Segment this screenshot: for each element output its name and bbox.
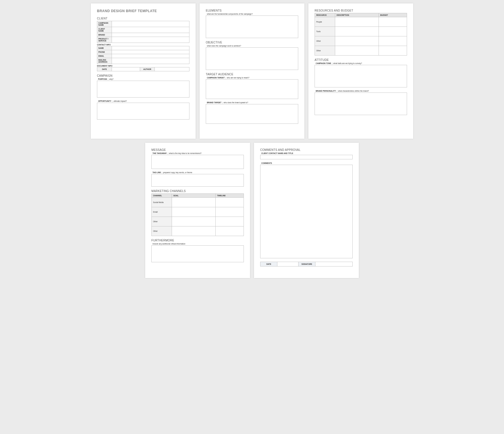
row-label: Other [315, 36, 335, 46]
signature-table: DATE SIGNATURE [260, 262, 353, 266]
label-phone: PHONE [97, 50, 112, 54]
cell-budget[interactable] [379, 36, 407, 46]
section-target-audience: TARGET AUDIENCE [206, 73, 298, 76]
label-signature: SIGNATURE [299, 262, 315, 266]
input-brand[interactable] [112, 33, 189, 37]
subheader-contact-info: CONTACT INFO [97, 44, 189, 46]
col-resource: RESOURCE [315, 13, 335, 17]
doc-title: BRAND DESIGN BRIEF TEMPLATE [97, 9, 189, 13]
section-marketing-channels: MARKETING CHANNELS [151, 190, 244, 193]
input-tagline[interactable] [151, 174, 244, 187]
page-4: MESSAGE THE TAKEAWAY|what is the key ide… [145, 143, 250, 278]
label-purpose: PURPOSE|why? [98, 78, 189, 80]
label-tagline: TAG LINE|prepared copy, key words, or th… [152, 171, 244, 173]
page-1: BRAND DESIGN BRIEF TEMPLATE CLIENT CAMPA… [91, 3, 196, 139]
label-sig-date: DATE [260, 262, 277, 266]
input-campaign-target[interactable] [206, 79, 298, 99]
cell-goal[interactable] [172, 217, 216, 226]
page-2: ELEMENTS what are the fundamental compon… [200, 3, 304, 139]
cell-goal[interactable] [172, 226, 216, 236]
input-furthermore[interactable] [151, 245, 244, 262]
label-objective-q: what does the campaign work to achieve? [207, 45, 298, 47]
section-campaign: CAMPAIGN [97, 74, 189, 77]
input-product-service[interactable] [112, 37, 189, 43]
label-mailing-address: MAILING ADDRESS [97, 58, 112, 64]
section-elements: ELEMENTS [206, 9, 298, 12]
cell-description[interactable] [335, 17, 379, 27]
label-furthermore-q: include any additional critical informat… [152, 243, 244, 245]
label-client-name: CLIENT NAME [97, 27, 112, 33]
row-label: Social Media [152, 198, 172, 207]
cell-description[interactable] [335, 46, 379, 56]
label-brand: BRAND [97, 33, 112, 37]
page-3: RESOURCES AND BUDGET RESOURCE DESCRIPTIO… [308, 3, 413, 139]
row-label: Other [315, 46, 335, 56]
label-name: NAME [97, 46, 112, 50]
section-furthermore: FURTHERMORE [151, 239, 244, 242]
cell-budget[interactable] [379, 27, 407, 36]
input-campaign-name[interactable] [112, 21, 189, 27]
label-campaign-target: CAMPAIGN TARGET|who are we trying to rea… [207, 77, 298, 79]
cell-goal[interactable] [172, 198, 216, 207]
cell-timeline[interactable] [216, 217, 244, 226]
client-table: CAMPAIGN NAME CLIENT NAME BRAND PRODUCT … [97, 21, 189, 43]
input-date[interactable] [112, 67, 140, 71]
section-client: CLIENT [97, 17, 189, 20]
page-5: COMMENTS AND APPROVAL CLIENT CONTACT NAM… [254, 143, 359, 278]
input-comments[interactable] [260, 165, 353, 258]
contact-table: NAME PHONE EMAIL MAILING ADDRESS [97, 46, 189, 64]
input-sig-date[interactable] [277, 262, 299, 266]
cell-budget[interactable] [379, 46, 407, 56]
row-label: Tools [315, 27, 335, 36]
input-takeaway[interactable] [151, 155, 244, 169]
input-phone[interactable] [112, 50, 189, 54]
section-attitude: ATTITUDE [315, 58, 407, 61]
template-gallery: BRAND DESIGN BRIEF TEMPLATE CLIENT CAMPA… [3, 3, 501, 278]
cell-goal[interactable] [172, 207, 216, 217]
label-comments: COMMENTS [261, 162, 353, 164]
label-campaign-name: CAMPAIGN NAME [97, 21, 112, 27]
input-signature[interactable] [315, 262, 353, 266]
input-brand-target[interactable] [206, 104, 298, 124]
input-mailing-address[interactable] [112, 58, 189, 64]
subheader-document-info: DOCUMENT INFO [97, 65, 189, 67]
section-resources-budget: RESOURCES AND BUDGET [315, 9, 407, 12]
input-brand-personality[interactable] [315, 92, 407, 115]
input-client-name[interactable] [112, 27, 189, 33]
cell-description[interactable] [335, 36, 379, 46]
cell-timeline[interactable] [216, 207, 244, 217]
label-opportunity: OPPORTUNITY|ultimate impact? [98, 100, 189, 102]
input-opportunity[interactable] [97, 103, 189, 120]
input-client-contact[interactable] [260, 155, 353, 159]
input-campaign-tone[interactable] [315, 65, 407, 87]
col-budget: BUDGET [379, 13, 407, 17]
col-goal: GOAL [172, 194, 216, 198]
input-name[interactable] [112, 46, 189, 50]
label-campaign-tone: CAMPAIGN TONE|what traits are we trying … [316, 62, 407, 64]
section-message: MESSAGE [151, 148, 244, 151]
input-objective[interactable] [206, 47, 298, 70]
row-label: People [315, 17, 335, 27]
cell-timeline[interactable] [216, 198, 244, 207]
section-comments-approval: COMMENTS AND APPROVAL [260, 148, 353, 151]
channels-table: CHANNEL GOAL TIMELINE Social Media Email… [151, 193, 244, 236]
input-purpose[interactable] [97, 81, 189, 98]
cell-budget[interactable] [379, 17, 407, 27]
row-label: Other [152, 226, 172, 236]
label-email: EMAIL [97, 54, 112, 58]
input-author[interactable] [155, 67, 189, 71]
label-client-contact: CLIENT CONTACT NAME AND TITLE [261, 152, 353, 154]
row-label: Email [152, 207, 172, 217]
label-elements-q: what are the fundamental components of t… [207, 13, 298, 15]
label-date: DATE [97, 67, 112, 71]
label-product-service: PRODUCT / SERVICE [97, 37, 112, 43]
cell-description[interactable] [335, 27, 379, 36]
input-elements[interactable] [206, 16, 298, 38]
section-objective: OBJECTIVE [206, 41, 298, 44]
col-description: DESCRIPTION [335, 13, 379, 17]
label-takeaway: THE TAKEAWAY|what is the key idea to be … [152, 152, 244, 154]
cell-timeline[interactable] [216, 226, 244, 236]
col-timeline: TIMELINE [216, 194, 244, 198]
col-channel: CHANNEL [152, 194, 172, 198]
input-email[interactable] [112, 54, 189, 58]
